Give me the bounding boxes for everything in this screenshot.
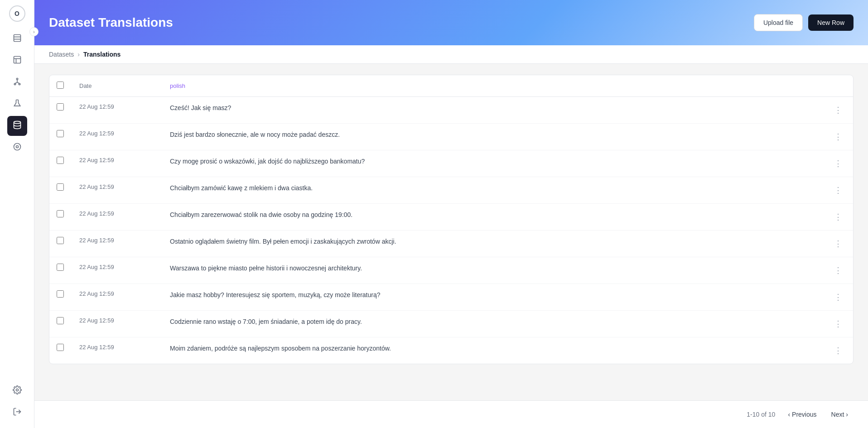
svg-rect-0 <box>14 34 20 41</box>
table-row: 22 Aug 12:59 Ostatnio oglądałem świetny … <box>49 231 853 257</box>
row-checkbox-3[interactable] <box>57 183 64 191</box>
breadcrumb-separator: › <box>77 51 80 58</box>
row-checkbox-cell <box>49 124 72 150</box>
row-text-2: Czy mogę prosić o wskazówki, jak dojść d… <box>163 150 823 177</box>
row-text-7: Jakie masz hobby? Interesujesz się sport… <box>163 284 823 311</box>
sidebar-nav <box>0 29 34 158</box>
row-text-0: Cześć! Jak się masz? <box>163 97 823 124</box>
row-actions-button-7[interactable]: ⋮ <box>830 290 846 304</box>
row-checkbox-1[interactable] <box>57 130 64 137</box>
row-date-9: 22 Aug 12:59 <box>72 337 163 364</box>
row-actions-cell-0: ⋮ <box>823 97 853 124</box>
chevron-right-icon: › <box>846 411 848 418</box>
breadcrumb: Datasets › Translations <box>34 45 868 64</box>
row-checkbox-cell <box>49 311 72 337</box>
row-actions-cell-5: ⋮ <box>823 231 853 257</box>
sidebar-item-flask[interactable] <box>7 94 27 114</box>
svg-point-14 <box>16 145 18 148</box>
row-actions-button-6[interactable]: ⋮ <box>830 264 846 277</box>
sidebar-item-git[interactable] <box>7 72 27 92</box>
row-actions-button-8[interactable]: ⋮ <box>830 317 846 331</box>
row-actions-cell-4: ⋮ <box>823 204 853 231</box>
app-logo[interactable]: O <box>9 5 25 22</box>
new-row-button[interactable]: New Row <box>808 14 854 31</box>
row-actions-button-0[interactable]: ⋮ <box>830 103 846 117</box>
svg-point-15 <box>16 389 18 391</box>
row-text-4: Chciałbym zarezerwować stolik na dwie os… <box>163 204 823 231</box>
row-actions-cell-1: ⋮ <box>823 124 853 150</box>
row-actions-button-9[interactable]: ⋮ <box>830 344 846 357</box>
data-table-container: Date polish 22 Aug 12:59 Cześć! Jak się … <box>49 75 854 364</box>
breadcrumb-datasets[interactable]: Datasets <box>49 51 74 58</box>
row-actions-button-1[interactable]: ⋮ <box>830 130 846 144</box>
row-text-3: Chciałbym zamówić kawę z mlekiem i dwa c… <box>163 177 823 204</box>
sidebar-item-logout[interactable] <box>7 403 27 423</box>
row-actions-cell-6: ⋮ <box>823 257 853 284</box>
settings-icon <box>13 385 22 397</box>
sidebar-item-circle[interactable] <box>7 138 27 158</box>
select-all-checkbox[interactable] <box>57 82 64 89</box>
row-checkbox-cell <box>49 257 72 284</box>
row-checkbox-5[interactable] <box>57 237 64 244</box>
row-actions-button-3[interactable]: ⋮ <box>830 183 846 197</box>
table-row: 22 Aug 12:59 Moim zdaniem, podróże są na… <box>49 337 853 364</box>
chevron-right-icon: › <box>33 29 34 34</box>
chart-icon <box>13 55 22 67</box>
row-actions-button-4[interactable]: ⋮ <box>830 210 846 224</box>
row-actions-button-2[interactable]: ⋮ <box>830 157 846 170</box>
data-table: Date polish 22 Aug 12:59 Cześć! Jak się … <box>49 75 853 364</box>
page-header: Dataset Translations Upload file New Row <box>34 0 868 45</box>
sidebar: O › <box>0 0 34 428</box>
row-checkbox-cell <box>49 97 72 124</box>
sidebar-item-layers[interactable] <box>7 29 27 49</box>
row-date-4: 22 Aug 12:59 <box>72 204 163 231</box>
pagination: 1-10 of 10 ‹ Previous Next › <box>34 400 868 428</box>
database-icon <box>13 120 22 132</box>
row-checkbox-cell <box>49 204 72 231</box>
svg-point-13 <box>14 143 20 150</box>
row-actions-cell-2: ⋮ <box>823 150 853 177</box>
row-actions-button-5[interactable]: ⋮ <box>830 237 846 250</box>
row-actions-cell-9: ⋮ <box>823 337 853 364</box>
row-date-1: 22 Aug 12:59 <box>72 124 163 150</box>
row-date-5: 22 Aug 12:59 <box>72 231 163 257</box>
column-header-polish: polish <box>163 75 823 97</box>
table-row: 22 Aug 12:59 Warszawa to piękne miasto p… <box>49 257 853 284</box>
page-title: Dataset Translations <box>49 15 173 30</box>
row-checkbox-6[interactable] <box>57 264 64 271</box>
table-row: 22 Aug 12:59 Codziennie rano wstaję o 7:… <box>49 311 853 337</box>
column-header-date: Date <box>72 75 163 97</box>
git-icon <box>13 77 22 88</box>
svg-point-8 <box>19 83 20 85</box>
row-actions-cell-3: ⋮ <box>823 177 853 204</box>
flask-icon <box>13 99 22 110</box>
row-checkbox-9[interactable] <box>57 344 64 351</box>
upload-file-button[interactable]: Upload file <box>754 14 803 31</box>
row-checkbox-0[interactable] <box>57 103 64 111</box>
row-text-9: Moim zdaniem, podróże są najlepszym spos… <box>163 337 823 364</box>
pagination-info: 1-10 of 10 <box>747 411 775 418</box>
row-date-3: 22 Aug 12:59 <box>72 177 163 204</box>
row-checkbox-cell <box>49 284 72 311</box>
row-date-6: 22 Aug 12:59 <box>72 257 163 284</box>
table-row: 22 Aug 12:59 Czy mogę prosić o wskazówki… <box>49 150 853 177</box>
row-checkbox-4[interactable] <box>57 210 64 217</box>
row-checkbox-8[interactable] <box>57 317 64 324</box>
sidebar-item-chart[interactable] <box>7 51 27 71</box>
row-actions-cell-8: ⋮ <box>823 311 853 337</box>
sidebar-item-settings[interactable] <box>7 381 27 401</box>
row-text-5: Ostatnio oglądałem świetny film. Był peł… <box>163 231 823 257</box>
header-actions: Upload file New Row <box>754 14 854 31</box>
chevron-left-icon: ‹ <box>788 411 790 418</box>
sidebar-toggle[interactable]: › <box>29 27 39 36</box>
row-text-1: Dziś jest bardzo słonecznie, ale w nocy … <box>163 124 823 150</box>
table-row: 22 Aug 12:59 Chciałbym zarezerwować stol… <box>49 204 853 231</box>
next-button[interactable]: Next › <box>826 408 854 421</box>
svg-rect-3 <box>14 56 20 63</box>
previous-button[interactable]: ‹ Previous <box>782 408 822 421</box>
row-checkbox-cell <box>49 337 72 364</box>
row-checkbox-7[interactable] <box>57 290 64 298</box>
sidebar-item-database[interactable] <box>7 116 27 136</box>
row-checkbox-cell <box>49 231 72 257</box>
row-checkbox-2[interactable] <box>57 157 64 164</box>
